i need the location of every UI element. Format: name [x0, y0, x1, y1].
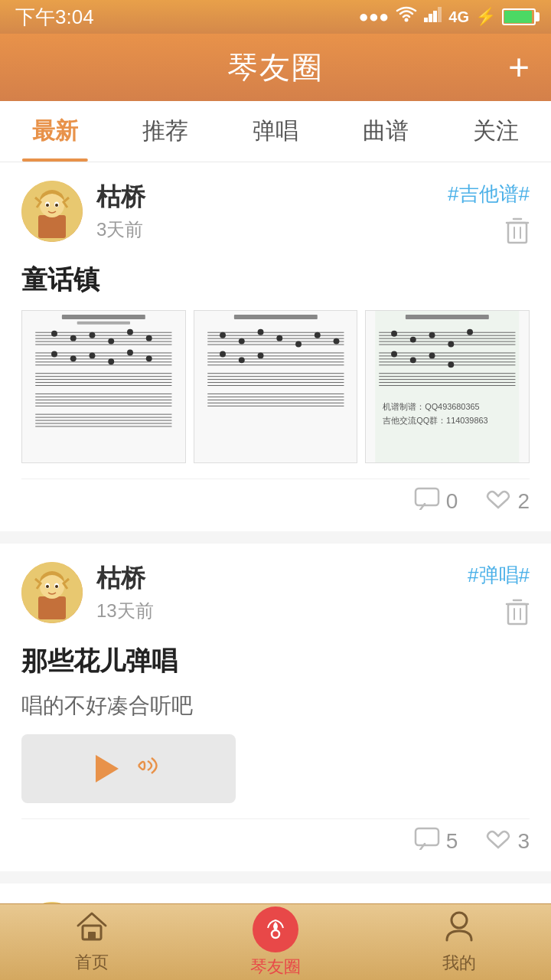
comment-action[interactable]: 5 [414, 827, 458, 856]
svg-rect-115 [38, 596, 66, 619]
svg-rect-90 [380, 341, 516, 342]
play-button[interactable] [96, 755, 119, 782]
wifi-icon: ●●● [358, 7, 389, 27]
svg-point-80 [314, 332, 320, 338]
svg-rect-93 [380, 355, 516, 356]
post-description: 唱的不好凑合听吧 [21, 691, 530, 720]
post-card: 枯桥 13天前 #弹唱# 那些花儿弹唱 唱的不好凑合听吧 [0, 544, 551, 871]
svg-rect-59 [207, 345, 344, 345]
svg-point-0 [405, 18, 409, 22]
svg-rect-55 [207, 332, 344, 333]
svg-rect-1 [424, 18, 428, 22]
nav-profile[interactable]: 我的 [367, 910, 551, 975]
svg-rect-92 [380, 352, 516, 353]
svg-point-43 [90, 332, 96, 338]
sheet-image-3[interactable]: 机谱制谱：QQ493680365 吉他交流QQ群：114039863 [365, 310, 530, 463]
audio-player[interactable] [21, 734, 236, 803]
post-card: 枯桥 3天前 #吉他谱# 童话镇 [0, 162, 551, 531]
svg-point-81 [333, 338, 339, 345]
svg-point-108 [467, 329, 473, 335]
svg-point-167 [452, 913, 467, 928]
svg-rect-36 [35, 414, 171, 415]
tab-bar: 最新 推荐 弹唱 曲谱 关注 [0, 101, 551, 162]
svg-rect-98 [380, 376, 516, 377]
svg-rect-67 [207, 379, 344, 380]
svg-rect-69 [207, 385, 344, 386]
delete-icon[interactable] [505, 598, 530, 632]
svg-rect-62 [207, 358, 344, 359]
svg-rect-87 [380, 332, 516, 333]
network-type: 4G [448, 8, 469, 26]
home-label: 首页 [75, 951, 109, 974]
svg-point-10 [46, 204, 49, 207]
svg-rect-71 [207, 397, 344, 397]
nav-home[interactable]: 首页 [0, 910, 184, 974]
svg-rect-113 [416, 488, 439, 505]
svg-rect-27 [35, 376, 171, 377]
svg-point-51 [127, 349, 133, 355]
svg-rect-96 [380, 364, 516, 365]
tab-score[interactable]: 曲谱 [331, 101, 441, 162]
battery-icon [502, 8, 536, 25]
svg-point-77 [257, 329, 263, 335]
svg-rect-30 [35, 385, 171, 386]
svg-rect-4 [438, 7, 442, 22]
svg-point-110 [410, 357, 416, 363]
tab-recommend[interactable]: 推荐 [110, 101, 220, 162]
post-username: 枯桥 [96, 562, 468, 596]
svg-point-120 [55, 585, 58, 588]
svg-rect-70 [207, 394, 344, 394]
svg-rect-37 [35, 417, 171, 418]
sheet-image-1[interactable] [21, 310, 186, 463]
like-count: 3 [517, 829, 530, 854]
sheet-image-2[interactable] [194, 310, 358, 463]
svg-rect-6 [38, 215, 66, 238]
svg-rect-95 [380, 361, 516, 362]
tab-latest[interactable]: 最新 [0, 101, 110, 162]
like-count: 2 [517, 489, 530, 514]
svg-rect-34 [35, 403, 171, 403]
svg-rect-72 [207, 400, 344, 400]
svg-rect-63 [207, 361, 344, 362]
nav-circle[interactable]: 琴友圈 [184, 906, 367, 978]
like-action[interactable]: 3 [485, 827, 530, 856]
post-tag[interactable]: #吉他谱# [448, 181, 530, 207]
post-footer: 0 2 [21, 479, 530, 516]
svg-rect-33 [35, 400, 171, 400]
lightning-icon: ⚡ [475, 7, 496, 27]
tab-follow[interactable]: 关注 [441, 101, 551, 162]
comment-action[interactable]: 0 [414, 487, 458, 516]
like-action[interactable]: 2 [485, 487, 530, 516]
svg-point-42 [70, 335, 77, 341]
svg-point-79 [295, 341, 302, 348]
post-header-right: #弹唱# [468, 562, 530, 632]
svg-rect-122 [416, 828, 439, 845]
svg-rect-28 [35, 379, 171, 380]
app-title: 琴友圈 [227, 47, 324, 89]
like-icon [485, 487, 511, 516]
add-button[interactable]: + [508, 49, 530, 86]
comment-count: 0 [446, 489, 458, 514]
status-bar: 下午3:04 ●●● 4G ⚡ [0, 0, 551, 34]
svg-rect-121 [508, 604, 527, 624]
delete-icon[interactable] [505, 217, 530, 250]
comment-count: 5 [446, 829, 458, 854]
svg-rect-100 [380, 382, 516, 383]
post-title: 童话镇 [21, 263, 530, 298]
svg-point-48 [70, 355, 77, 361]
tab-play[interactable]: 弹唱 [220, 101, 331, 162]
svg-rect-15 [77, 322, 130, 325]
svg-point-46 [146, 335, 152, 341]
svg-rect-165 [88, 932, 96, 939]
post-tag[interactable]: #弹唱# [468, 562, 530, 589]
svg-text:吉他交流QQ群：114039863: 吉他交流QQ群：114039863 [383, 416, 488, 425]
svg-point-49 [90, 352, 96, 358]
content-area: 枯桥 3天前 #吉他谱# 童话镇 [0, 162, 551, 980]
svg-rect-65 [207, 373, 344, 374]
svg-rect-31 [35, 394, 171, 394]
svg-rect-25 [35, 364, 171, 365]
svg-text:机谱制谱：QQ493680365: 机谱制谱：QQ493680365 [383, 402, 480, 411]
profile-icon [444, 910, 474, 949]
svg-point-84 [257, 352, 263, 358]
svg-rect-86 [406, 315, 489, 319]
